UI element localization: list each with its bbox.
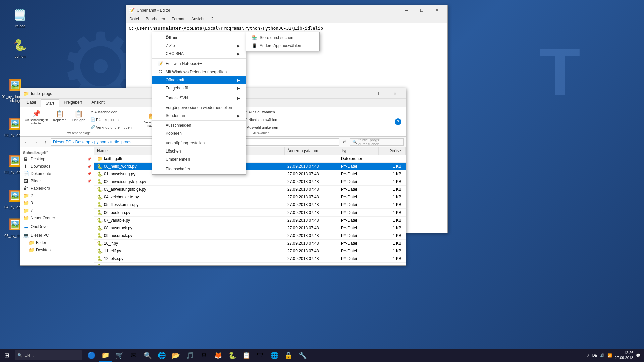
context-menu-item-freigeben[interactable]: Freigeben für ▶	[152, 84, 246, 92]
editor-menu-format[interactable]: Format	[168, 15, 188, 23]
ribbon-btn-verknuepfung[interactable]: 🔗 Verknüpfung einfügen	[89, 124, 134, 131]
editor-menu-ansicht[interactable]: Ansicht	[188, 15, 208, 23]
table-row[interactable]: 🐍 03_anweisungsfolge.py 27.09.2018 07:48…	[94, 186, 406, 193]
table-row[interactable]: 🐍 10_if.py 27.09.2018 07:48 PY-Datei 1 K…	[94, 240, 406, 247]
explorer-minimize-button[interactable]: ─	[357, 88, 372, 99]
table-row[interactable]: 📁 keith_galli Dateiordner	[94, 155, 406, 163]
path-turtle-progs[interactable]: turtle_progs	[110, 140, 131, 144]
context-menu-item-verknuepfung[interactable]: Verknüpfung erstellen	[152, 139, 246, 147]
ribbon-btn-nichts[interactable]: ☐ Nichts auswählen	[242, 116, 280, 123]
context-menu-item-umbenennen[interactable]: Umbenennen	[152, 155, 246, 163]
ribbon-btn-schnellzugriff[interactable]: 📌 An Schnellzugriffanheften	[23, 108, 50, 131]
desktop-icon-rd-bat[interactable]: 🗒️ rd.bat	[7, 7, 34, 28]
path-dieser-pc[interactable]: Dieser PC	[53, 140, 71, 144]
context-menu-item-ausschneiden[interactable]: Ausschneiden	[152, 121, 246, 129]
taskbar-app-chrome[interactable]: 🌐	[155, 349, 168, 362]
sidebar-item-bilder[interactable]: 🖼 Bilder 📌	[20, 177, 94, 185]
sidebar-item-3[interactable]: 📁 3	[20, 199, 94, 207]
up-button[interactable]: ↑	[41, 138, 49, 146]
table-row[interactable]: 🐍 02_anweisungsfolge.py 27.09.2018 07:48…	[94, 178, 406, 186]
taskbar-search-box[interactable]: 🔍 Ele...	[15, 350, 82, 360]
table-row[interactable]: 🐍 08_ausdruck.py 27.09.2018 07:48 PY-Dat…	[94, 224, 406, 232]
sidebar-item-pc-bilder[interactable]: 📁 Bilder	[20, 239, 94, 246]
table-row[interactable]: 🐍 06_boolean.py 27.09.2018 07:48 PY-Date…	[94, 209, 406, 217]
explorer-close-button[interactable]: ✕	[387, 88, 403, 99]
path-python[interactable]: python	[94, 140, 106, 144]
search-box[interactable]: 🔍 "turtle_progs" durchsuchen	[350, 138, 404, 146]
ribbon-btn-umkehren[interactable]: ↕ Auswahl umkehren	[242, 124, 280, 131]
sidebar-item-downloads[interactable]: ⬇ Downloads 📌	[20, 163, 94, 170]
sidebar-item-neuer-ordner[interactable]: 📁 Neuer Ordner	[20, 214, 94, 222]
taskbar-app-network[interactable]: 🌐	[268, 349, 281, 362]
context-menu-item-edit-npp[interactable]: 📝 Edit with Notepad++	[152, 59, 246, 68]
editor-menu-help[interactable]: ?	[208, 15, 217, 23]
tray-network-icon[interactable]: 📶	[607, 353, 612, 358]
sidebar-item-onedrive[interactable]: ☁ OneDrive	[20, 223, 94, 230]
sidebar-item-papierkorb[interactable]: 🗑 Papierkorb	[20, 185, 94, 192]
ribbon-btn-ausschneiden[interactable]: ✂ Ausschneiden	[89, 108, 134, 115]
editor-maximize-button[interactable]: ☐	[414, 5, 429, 15]
col-header-size[interactable]: Größe	[379, 147, 406, 155]
sidebar-item-desktop[interactable]: 🖥 Desktop 📌	[20, 155, 94, 163]
context-menu-item-tortoisesvn[interactable]: TortoiseSVN ▶	[152, 94, 246, 102]
ribbon-btn-einfuegen[interactable]: 📋 Einfügen	[70, 108, 87, 131]
context-menu-item-oeffnen-mit[interactable]: Öffnen mit ▶	[152, 76, 246, 84]
sidebar-item-7[interactable]: 📁 7	[20, 207, 94, 214]
sidebar-item-pc-desktop[interactable]: 📁 Desktop	[20, 246, 94, 254]
submenu-item-other-app[interactable]: 📱 Andere App auswählen	[246, 42, 319, 50]
taskbar-app-cortana[interactable]: 🔵	[85, 349, 98, 362]
context-menu-item-oeffnen[interactable]: Öffnen	[152, 34, 246, 42]
editor-menu-bearbeiten[interactable]: Bearbeiten	[142, 15, 168, 23]
context-menu-item-loeschen[interactable]: Löschen	[152, 147, 246, 155]
ribbon-tab-ansicht[interactable]: Ansicht	[87, 99, 109, 107]
sidebar-item-dieser-pc[interactable]: 💻 Dieser PC	[20, 232, 94, 239]
taskbar-app-python[interactable]: 🐍	[225, 349, 239, 362]
context-menu-item-vorversionen[interactable]: Vorgängerversionen wiederherstellen	[152, 104, 246, 112]
taskbar-app-security[interactable]: 🛡	[254, 349, 267, 362]
sidebar-item-2[interactable]: 📁 2	[20, 192, 94, 199]
explorer-maximize-button[interactable]: ☐	[372, 88, 387, 99]
taskbar-app-settings[interactable]: ⚙	[197, 349, 211, 362]
tray-volume-icon[interactable]: 🔊	[600, 353, 605, 358]
taskbar-app-tools[interactable]: 🔧	[296, 349, 309, 362]
taskbar-app-store[interactable]: 🛒	[113, 349, 126, 362]
table-row[interactable]: 🐍 13_for.py 27.09.2018 07:48 PY-Datei 1 …	[94, 263, 406, 265]
back-button[interactable]: ←	[22, 138, 31, 146]
taskbar-app-folder[interactable]: 📂	[169, 349, 182, 362]
table-row[interactable]: 🐍 07_variable.py 27.09.2018 07:48 PY-Dat…	[94, 217, 406, 224]
col-header-date[interactable]: Änderungsdatum	[285, 147, 338, 155]
ribbon-btn-kopieren[interactable]: 📋 Kopieren	[51, 108, 68, 131]
context-menu-item-7zip[interactable]: 7-Zip ▶	[152, 42, 246, 50]
table-row[interactable]: 🐍 00_hello_world.py 27.09.2018 07:48 PY-…	[94, 163, 406, 170]
tray-notification-icon[interactable]: 💬	[636, 353, 641, 358]
editor-close-button[interactable]: ✕	[429, 5, 445, 15]
desktop-icon-python[interactable]: 🐍 python	[7, 37, 34, 58]
taskbar-app-mail[interactable]: ✉	[127, 349, 140, 362]
ribbon-tab-start[interactable]: Start	[41, 99, 59, 107]
taskbar-app-music[interactable]: 🎵	[183, 349, 197, 362]
taskbar-app-clipboard[interactable]: 📋	[239, 349, 253, 362]
taskbar-app-firefox[interactable]: 🦊	[211, 349, 225, 362]
start-button[interactable]: ⊞	[0, 349, 13, 362]
editor-minimize-button[interactable]: ─	[398, 5, 414, 15]
table-row[interactable]: 🐍 12_else.py 27.09.2018 07:48 PY-Datei 1…	[94, 255, 406, 263]
sidebar-item-dokumente[interactable]: 📄 Dokumente 📌	[20, 170, 94, 177]
path-desktop[interactable]: Desktop	[75, 140, 90, 144]
taskbar-app-search[interactable]: 🔍	[141, 349, 154, 362]
table-row[interactable]: 🐍 04_zeichenkette.py 27.09.2018 07:48 PY…	[94, 193, 406, 201]
help-button[interactable]: ?	[395, 118, 401, 125]
table-row[interactable]: 🐍 01_anweisung.py 27.09.2018 07:48 PY-Da…	[94, 170, 406, 178]
context-menu-item-senden-an[interactable]: Senden an ▶	[152, 112, 246, 120]
ribbon-btn-pfad[interactable]: 📄 Pfad kopieren	[89, 116, 134, 123]
taskbar-clock[interactable]: 12:26 27.09.2018	[615, 350, 633, 361]
ribbon-tab-datei[interactable]: Datei	[22, 99, 41, 107]
submenu-item-store[interactable]: 🏪 Store durchsuchen	[246, 34, 319, 42]
forward-button[interactable]: →	[32, 138, 40, 146]
ribbon-btn-alles[interactable]: ☑ Alles auswählen	[242, 109, 280, 116]
editor-menu-datei[interactable]: Datei	[126, 15, 142, 23]
taskbar-app-lock[interactable]: 🔒	[282, 349, 295, 362]
ribbon-tab-freigeben[interactable]: Freigeben	[59, 99, 87, 107]
tray-expand-icon[interactable]: ∧	[587, 353, 590, 358]
context-menu-item-eigenschaften[interactable]: Eigenschaften	[152, 165, 246, 173]
context-menu-item-win-defender[interactable]: 🛡 Mit Windows Defender überprüfen...	[152, 68, 246, 76]
